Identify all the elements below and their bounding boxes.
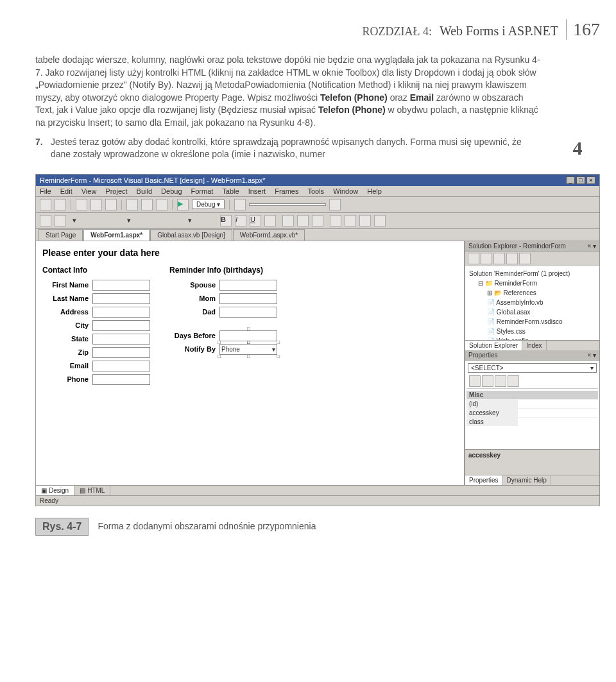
bold-button[interactable]: B (220, 215, 232, 226)
state-input[interactable] (92, 334, 150, 345)
panel-toolbar-button[interactable] (506, 253, 518, 264)
maximize-button[interactable]: □ (576, 176, 585, 184)
menu-frames[interactable]: Frames (275, 187, 298, 195)
run-button[interactable]: ▶ (177, 199, 189, 210)
tab-global[interactable]: Global.asax.vb [Design] (150, 229, 232, 241)
tab-solution-explorer[interactable]: Solution Explorer (465, 341, 522, 350)
reminder-info-column: Reminder Info (birthdays) Spouse Mom Dad… (169, 266, 277, 385)
toolbar-button[interactable] (374, 215, 386, 226)
toolbar-button[interactable] (234, 199, 246, 210)
menu-window[interactable]: Window (333, 187, 358, 195)
toolbar-button[interactable] (126, 199, 138, 210)
panel-close-icon[interactable]: × ▾ (587, 243, 596, 250)
align-right-button[interactable] (312, 215, 323, 226)
menu-tools[interactable]: Tools (307, 187, 324, 195)
panel-toolbar-button[interactable] (468, 253, 479, 264)
page-number: 167 (566, 19, 600, 40)
toolbar-button[interactable] (90, 199, 102, 210)
font-select[interactable]: ▾ (127, 216, 185, 225)
align-left-button[interactable] (282, 215, 294, 226)
toolbar-button[interactable] (264, 215, 276, 226)
menu-table[interactable]: Table (222, 187, 239, 195)
toolbar-button[interactable] (141, 199, 153, 210)
config-select[interactable]: Debug ▾ (192, 200, 225, 209)
toolbar-button[interactable] (76, 199, 87, 210)
props-toolbar-button[interactable] (508, 375, 519, 387)
toolbar-button[interactable] (40, 199, 51, 210)
toolbar-button[interactable] (55, 215, 66, 226)
window-controls: _ □ × (566, 176, 595, 184)
toolbar-button[interactable] (345, 215, 356, 226)
solution-explorer-panel: Solution Explorer - ReminderForm× ▾ Solu… (465, 241, 599, 350)
statusbar: Ready (36, 495, 599, 506)
chapter-title: Web Forms i ASP.NET (440, 24, 558, 38)
tab-properties[interactable]: Properties (465, 475, 503, 485)
contact-info-column: Contact Info First Name Last Name Addres… (42, 266, 150, 385)
city-input[interactable] (92, 320, 150, 331)
props-toolbar-button[interactable] (482, 375, 493, 387)
menubar: File Edit View Project Build Debug Forma… (36, 186, 599, 197)
props-toolbar-button[interactable] (469, 375, 481, 387)
italic-button[interactable]: I (235, 215, 246, 226)
toolbar-button[interactable] (40, 215, 51, 226)
page-header: ROZDZIAŁ 4: Web Forms i ASP.NET 167 (35, 19, 600, 40)
dad-input[interactable] (219, 307, 277, 318)
tab-codebehind[interactable]: WebForm1.aspx.vb* (233, 229, 305, 241)
size-select[interactable]: ▾ (188, 216, 214, 225)
tab-design[interactable]: ▣ Design (36, 486, 74, 495)
find-combo[interactable] (249, 203, 326, 206)
menu-project[interactable]: Project (105, 187, 127, 195)
menu-format[interactable]: Format (191, 187, 214, 195)
minimize-button[interactable]: _ (566, 176, 575, 184)
close-button[interactable]: × (586, 176, 595, 184)
mom-input[interactable] (219, 293, 277, 304)
align-center-button[interactable] (297, 215, 309, 226)
form-heading: Please enter your data here (42, 248, 458, 258)
tab-webform[interactable]: WebForm1.aspx* (83, 229, 150, 241)
form-designer[interactable]: Please enter your data here Contact Info… (36, 241, 465, 485)
toolbar-button[interactable] (55, 199, 66, 210)
solution-tree[interactable]: Solution 'ReminderForm' (1 project) ⊟ 📁 … (465, 266, 599, 340)
tab-html[interactable]: ▤ HTML (74, 486, 110, 495)
menu-build[interactable]: Build (137, 187, 152, 195)
window-title: ReminderForm - Microsoft Visual Basic.NE… (40, 176, 266, 184)
chapter-side-number: 4 (555, 137, 600, 159)
email-input[interactable] (92, 361, 150, 371)
tab-index[interactable]: Index (522, 341, 546, 350)
menu-debug[interactable]: Debug (161, 187, 182, 195)
phone-input[interactable] (92, 374, 150, 385)
menu-view[interactable]: View (81, 187, 97, 195)
document-tabs: Start Page WebForm1.aspx* Global.asax.vb… (36, 229, 599, 241)
menu-help[interactable]: Help (367, 187, 382, 195)
panel-close-icon[interactable]: × ▾ (587, 352, 596, 359)
format-toolbar: ▾ ▾ ▾ B I U (36, 213, 599, 229)
spouse-input[interactable] (219, 280, 277, 291)
designer-bottom-tabs: ▣ Design ▤ HTML (36, 485, 599, 495)
toolbar-button[interactable] (105, 199, 117, 210)
menu-insert[interactable]: Insert (248, 187, 266, 195)
panel-toolbar-button[interactable] (481, 253, 492, 264)
toolbar-button[interactable] (156, 199, 167, 210)
col2-header: Reminder Info (birthdays) (169, 266, 277, 275)
properties-target-select[interactable]: <SELECT>▾ (468, 363, 597, 373)
list-item-7: 7. Jesteś teraz gotów aby dodać kontrolk… (35, 136, 542, 161)
panel-toolbar-button[interactable] (493, 253, 505, 264)
underline-button[interactable]: U (250, 215, 261, 226)
panel-toolbar-button[interactable] (519, 253, 531, 264)
tab-start-page[interactable]: Start Page (38, 229, 83, 241)
style-select[interactable]: ▾ (73, 216, 124, 225)
notifyby-select[interactable]: Phone▾ □ □ □ □ □ □ (219, 344, 277, 355)
tab-dynamic-help[interactable]: Dynamic Help (503, 475, 551, 485)
chapter-prefix: ROZDZIAŁ 4: (362, 25, 431, 38)
toolbar-button[interactable] (359, 215, 371, 226)
lastname-input[interactable] (92, 293, 150, 304)
props-toolbar-button[interactable] (495, 375, 506, 387)
address-input[interactable] (92, 307, 150, 318)
window-titlebar: ReminderForm - Microsoft Visual Basic.NE… (36, 175, 599, 186)
firstname-input[interactable] (92, 280, 150, 291)
zip-input[interactable] (92, 347, 150, 358)
toolbar-button[interactable] (330, 215, 341, 226)
menu-edit[interactable]: Edit (60, 187, 73, 195)
toolbar-button[interactable] (329, 199, 341, 210)
menu-file[interactable]: File (40, 187, 51, 195)
